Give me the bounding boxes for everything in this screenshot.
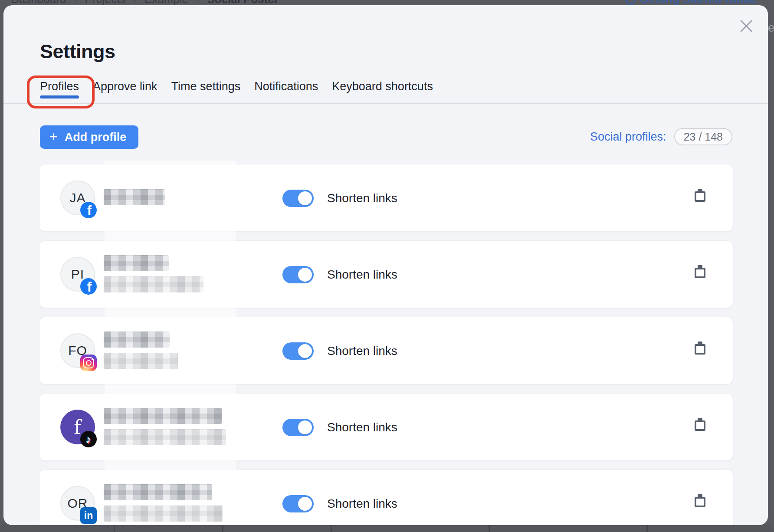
background-table-divider — [331, 525, 332, 532]
toggle-knob — [298, 497, 312, 511]
shorten-links-label: Shorten links — [327, 241, 397, 309]
redacted-profile-name — [104, 408, 222, 424]
background-text-fragment: te — [768, 21, 774, 35]
getting-started-label: Getting Started Guide — [640, 0, 757, 5]
shorten-links-toggle[interactable] — [282, 342, 314, 360]
delete-profile-button[interactable] — [690, 494, 709, 513]
breadcrumb-item: Dashboard — [11, 0, 66, 5]
profile-row: PI f Shorten links — [39, 240, 733, 308]
breadcrumb-item-current: Social Poster — [207, 0, 279, 5]
shorten-links-toggle[interactable] — [282, 495, 314, 512]
profile-row: JA f Shorten links — [39, 164, 733, 232]
redacted-profile-name — [104, 332, 170, 348]
profile-row: f ♪ Shorten links — [39, 393, 733, 461]
redacted-profile-name — [104, 189, 165, 205]
instagram-icon — [80, 355, 97, 371]
redacted-profile-handle — [104, 429, 226, 445]
background-table-divider — [646, 525, 648, 532]
shorten-links-label: Shorten links — [327, 317, 397, 385]
toggle-knob — [298, 344, 312, 358]
dimmed-background-right: te — [768, 5, 774, 525]
shorten-links-toggle[interactable] — [282, 190, 314, 207]
redacted-profile-name — [104, 255, 169, 271]
delete-profile-button[interactable] — [690, 342, 709, 361]
shorten-links-toggle[interactable] — [282, 419, 314, 436]
toggle-knob — [298, 420, 312, 434]
getting-started-guide-link: Getting Started Guide — [625, 0, 757, 5]
redacted-profile-handle — [104, 276, 203, 292]
background-table-divider — [489, 525, 490, 532]
background-table-divider — [114, 525, 115, 532]
delete-profile-button[interactable] — [690, 189, 709, 208]
background-table-divider — [222, 525, 223, 532]
profile-row: OR in Shorten links — [39, 470, 733, 525]
redacted-profile-handle — [104, 506, 223, 522]
dimmed-background-top: Dashboard › Projects › Example › Social … — [0, 0, 774, 5]
dimmed-background-bottom — [0, 525, 774, 532]
profile-row: FO Shorten links — [39, 317, 733, 384]
linkedin-icon: in — [80, 507, 97, 524]
facebook-icon: f — [80, 278, 97, 295]
breadcrumb-item: Example — [144, 0, 188, 5]
toggle-knob — [298, 268, 312, 282]
tiktok-icon: ♪ — [80, 431, 97, 447]
redacted-profile-name — [104, 484, 212, 500]
getting-started-icon — [625, 0, 636, 5]
redacted-profile-handle — [104, 353, 178, 369]
shorten-links-label: Shorten links — [327, 394, 397, 461]
delete-profile-button[interactable] — [690, 418, 709, 437]
breadcrumb-separator-icon: › — [196, 0, 199, 5]
facebook-icon: f — [80, 202, 97, 218]
breadcrumb-separator-icon: › — [74, 0, 77, 5]
shorten-links-label: Shorten links — [327, 470, 397, 525]
profile-list: JA f Shorten links PI f Shorten links FO — [3, 5, 768, 525]
breadcrumb-separator-icon: › — [133, 0, 136, 5]
toggle-knob — [298, 191, 312, 205]
settings-modal: Settings Profiles Approve link Time sett… — [3, 5, 768, 525]
delete-profile-button[interactable] — [690, 265, 709, 284]
breadcrumb-item: Projects — [85, 0, 126, 5]
shorten-links-toggle[interactable] — [282, 266, 314, 283]
shorten-links-label: Shorten links — [327, 164, 397, 232]
